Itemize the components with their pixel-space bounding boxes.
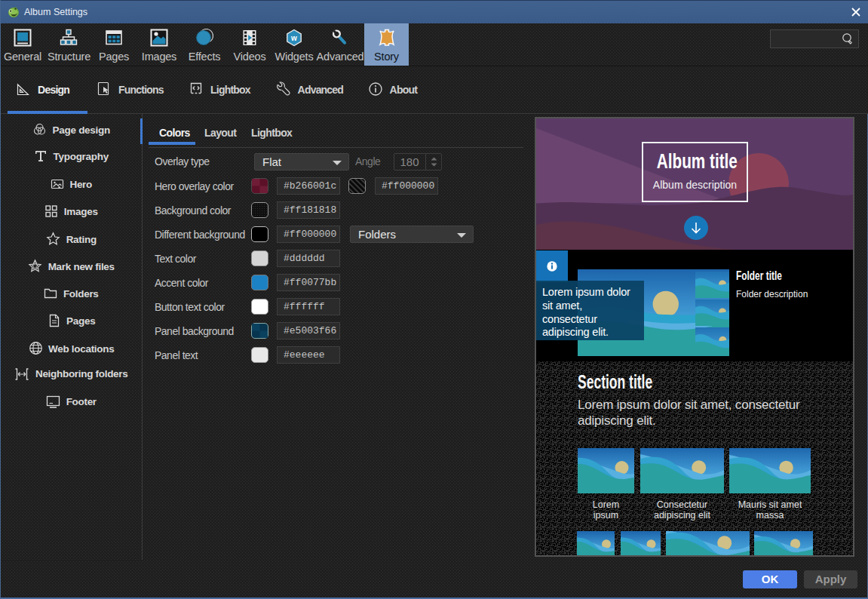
svg-text:w: w — [290, 34, 297, 42]
